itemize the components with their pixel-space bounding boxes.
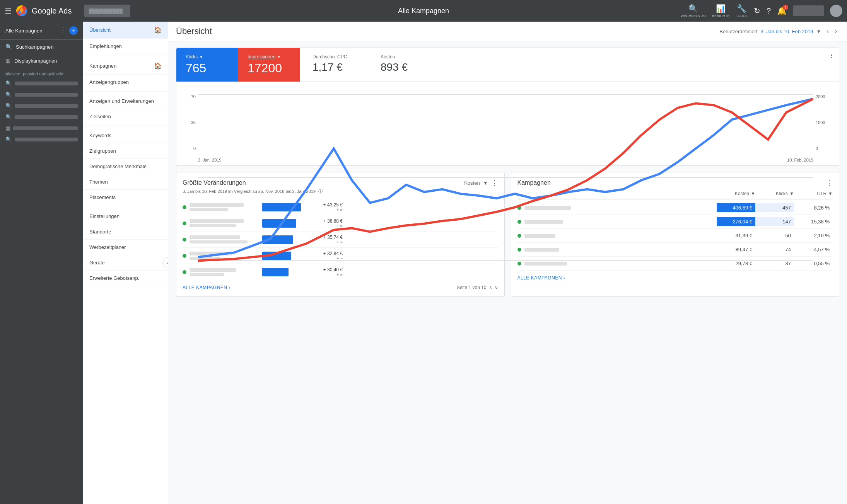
chart-area: 70 35 0 2000 1000 0 (176, 88, 839, 165)
sidebar-item-displaykampagnen[interactable]: ▦ Displaykampagnen (0, 54, 83, 68)
sidebar-campaign-1[interactable]: 🔍 (0, 78, 83, 89)
nav-item-kampagnen[interactable]: Kampagnen 🏠 (83, 58, 168, 75)
chart-y-right-axis: 2000 1000 0 (813, 94, 833, 151)
nav-item-geraete[interactable]: Geräte (83, 255, 168, 271)
app-name: Google Ads (32, 7, 72, 15)
center-title: Alle Kampagnen (398, 7, 449, 15)
date-value[interactable]: 3. Jan bis 10. Feb 2019 (761, 29, 813, 34)
reports-icon: 📊 (716, 4, 726, 13)
next-date-button[interactable]: › (833, 27, 839, 36)
google-ads-logo (16, 5, 27, 16)
name-bar-5b (190, 273, 224, 276)
impressionen-value: 17200 (248, 61, 291, 75)
overview-body: Klicks ▼ 765 Impressionen ▼ 17200 Durch (168, 41, 847, 303)
sidebar-item-suchkampagnen[interactable]: 🔍 Suchkampagnen (0, 40, 83, 54)
display-icon-5: ▦ (5, 125, 10, 131)
nav-item-empfehlungen[interactable]: Empfehlungen (83, 39, 168, 54)
metrics-chart-container: Klicks ▼ 765 Impressionen ▼ 17200 Durch (176, 48, 839, 166)
changes-name-5 (190, 268, 259, 276)
camp-row-5-name (517, 262, 717, 266)
nav-item-einstellungen[interactable]: Einstellungen (83, 209, 168, 224)
top-nav: ☰ Google Ads ▓▓▓▓▓▓▓▓▓▓ Alle Kampagnen 🔍… (0, 0, 847, 22)
all-campaigns-link-camps[interactable]: ALLE KAMPAGNEN › (517, 275, 565, 281)
y-right-bot: 0 (816, 146, 818, 151)
main-header: Übersicht Benutzerdefiniert 3. Jan bis 1… (168, 22, 847, 41)
campaigns-panel-footer: ALLE KAMPAGNEN › (517, 275, 833, 281)
metric-klicks[interactable]: Klicks ▼ 765 (176, 48, 238, 82)
wechseln-zu-button[interactable]: 🔍 WECHSELN ZU (680, 4, 706, 18)
nav-item-anzeigen-erweiterungen[interactable]: Anzeigen und Erweiterungen (83, 94, 168, 109)
zielseiten-label: Zielseiten (89, 114, 111, 119)
status-dot-2 (183, 221, 186, 225)
nav-item-themen[interactable]: Themen (83, 174, 168, 190)
cpc-value: 1,17 € (313, 61, 353, 73)
sidebar-campaign-3[interactable]: 🔍 (0, 100, 83, 111)
user-avatar[interactable] (830, 5, 842, 17)
y-right-top: 2000 (816, 94, 825, 99)
changes-panel-footer: ALLE KAMPAGNEN › Seite 1 von 10 ∧ ∨ (183, 285, 498, 290)
notification-bell[interactable]: 🔔 1 (777, 6, 787, 15)
chevron-down-icon[interactable]: ∨ (495, 285, 498, 290)
sidebar-campaign-5[interactable]: ▦ (0, 123, 83, 134)
kampagnen-label: Kampagnen (89, 63, 116, 69)
all-campaigns-link-changes[interactable]: ALLE KAMPAGNEN › (183, 285, 231, 290)
ctr-sort-icon: ▼ (828, 191, 833, 196)
dots-icon[interactable]: ⋮ (60, 26, 66, 35)
app-body: Alle Kampagnen ⋮ + 🔍 Suchkampagnen ▦ Dis… (0, 22, 847, 504)
sidebar-campaign-4[interactable]: 🔍 (0, 111, 83, 123)
prev-date-button[interactable]: ‹ (824, 27, 831, 36)
changes-row-5: + 30,40 € + ∞ (183, 264, 498, 280)
help-button[interactable]: ? (767, 7, 771, 15)
changes-bar-5 (262, 268, 289, 276)
nav-item-keywords[interactable]: Keywords (83, 128, 168, 143)
nav-item-standorte[interactable]: Standorte (83, 224, 168, 240)
geraete-label: Geräte (89, 260, 105, 266)
sidebar-section-label: Aktiviert, pausiert und gelöscht (0, 68, 83, 78)
search-icon-6: 🔍 (5, 136, 12, 142)
home-icon: 🏠 (154, 26, 162, 34)
demografische-label: Demografische Merkmale (89, 163, 147, 169)
chart-more-icon[interactable]: ⋮ (825, 48, 839, 82)
account-selector[interactable]: ▓▓▓▓▓▓▓▓▓▓ (84, 5, 130, 17)
sidebar-campaign-6[interactable]: 🔍 (0, 134, 83, 145)
empfehlungen-label: Empfehlungen (89, 43, 122, 49)
displaykampagnen-label: Displaykampagnen (14, 58, 57, 64)
campaigns-more-icon[interactable]: ⋮ (826, 179, 833, 187)
tools-button[interactable]: 🔧 TOOLS (736, 4, 748, 18)
tools-icon: 🔧 (737, 4, 746, 13)
nav-item-werbezeitplaner[interactable]: Werbezeitplaner (83, 240, 168, 255)
mid-nav: Übersicht 🏠 Empfehlungen Kampagnen 🏠 Anz… (83, 22, 168, 504)
metric-cards: Klicks ▼ 765 Impressionen ▼ 17200 Durch (176, 48, 839, 82)
chart-svg (198, 94, 813, 262)
x-label-start: 3. Jan. 2019 (198, 158, 222, 162)
account-info (793, 5, 824, 16)
nav-item-uebersicht[interactable]: Übersicht 🏠 (83, 22, 168, 39)
chevron-up-icon[interactable]: ∧ (489, 285, 492, 290)
keywords-label: Keywords (89, 133, 111, 138)
berichte-button[interactable]: 📊 BERICHTE (712, 4, 730, 18)
nav-item-anzeigengruppen[interactable]: Anzeigengruppen (83, 75, 168, 90)
search-icon-2: 🔍 (5, 92, 12, 97)
nav-item-demografische[interactable]: Demografische Merkmale (83, 159, 168, 174)
svg-point-0 (22, 11, 25, 14)
nav-item-zielgruppen[interactable]: Zielgruppen (83, 143, 168, 159)
status-dot-5 (183, 270, 186, 274)
metric-impressionen[interactable]: Impressionen ▼ 17200 (238, 48, 300, 82)
nav-item-erweiterte[interactable]: Erweiterte Gebotsanp. (83, 271, 168, 286)
hamburger-icon[interactable]: ☰ (5, 6, 12, 15)
search-campaign-icon: 🔍 (5, 44, 12, 50)
themen-label: Themen (89, 179, 108, 185)
werbezeitplaner-label: Werbezeitplaner (89, 244, 126, 250)
nav-item-zielseiten[interactable]: Zielseiten (83, 109, 168, 124)
date-range-bar: Benutzerdefiniert 3. Jan bis 10. Feb 201… (719, 27, 839, 36)
dropdown-arrow-icon[interactable]: ▼ (816, 29, 821, 34)
cpc-label: Durchschn. CPC (313, 54, 353, 60)
status-dot-1 (183, 205, 186, 209)
y-left-mid: 35 (191, 120, 196, 125)
sidebar-campaign-2[interactable]: 🔍 (0, 89, 83, 100)
refresh-button[interactable]: ↻ (754, 6, 760, 15)
plus-icon[interactable]: + (69, 26, 78, 35)
klicks-dropdown-icon[interactable]: ▼ (199, 55, 203, 59)
impressionen-dropdown-icon[interactable]: ▼ (277, 55, 281, 59)
nav-item-placements[interactable]: Placements (83, 190, 168, 205)
